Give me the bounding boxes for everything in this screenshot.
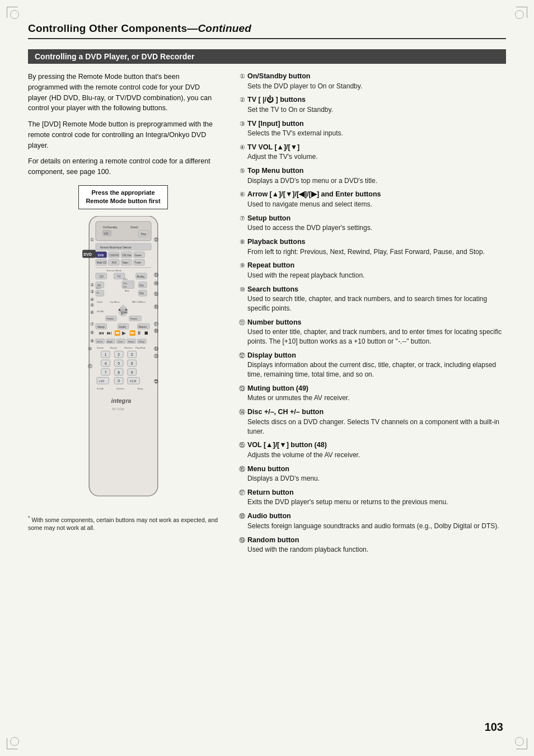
corner-circle-bl	[10, 737, 19, 746]
svg-text:③: ③	[90, 289, 94, 294]
item-number: ⑩	[234, 285, 245, 294]
svg-text:①: ①	[90, 237, 94, 242]
svg-text:Zoom: Zoom	[96, 340, 102, 342]
intro-para-2: The [DVD] Remote Mode button is preprogr…	[28, 119, 218, 151]
svg-text:Playlist: Playlist	[106, 317, 114, 320]
svg-text:Enter: Enter	[121, 311, 128, 313]
item-desc: Used to search title, chapter, and track…	[247, 294, 506, 313]
item-desc: Exits the DVD player's setup menu or ret…	[247, 497, 448, 507]
item-title: TV [Input] button	[247, 119, 343, 129]
callout-box: Press the appropriate Remote Mode button…	[78, 185, 168, 209]
left-column: By pressing the Remote Mode button that'…	[28, 72, 218, 559]
item-content: Top Menu button Displays a DVD's top men…	[247, 166, 377, 185]
list-item: ⑤ Top Menu button Displays a DVD's top m…	[234, 166, 506, 185]
svg-text:▶: ▶	[122, 330, 126, 336]
item-title: Random button	[247, 536, 368, 546]
item-number: ⑬	[234, 384, 245, 393]
svg-text:Chlng: Chlng	[138, 340, 144, 342]
list-item: ⑫ Display button Displays information ab…	[234, 351, 506, 379]
svg-text:Game: Game	[134, 253, 142, 256]
item-desc: Mutes or unmutes the AV receiver.	[247, 393, 350, 403]
svg-text:⏭: ⏭	[106, 330, 111, 336]
item-desc: Adjust the TV's volume.	[247, 152, 317, 162]
svg-text:⑭: ⑭	[153, 280, 158, 285]
item-desc: Selects discs on a DVD changer. Selects …	[247, 417, 506, 436]
svg-text:Tuner: Tuner	[134, 261, 141, 264]
svg-text:3: 3	[130, 353, 133, 356]
svg-text:AUX: AUX	[111, 261, 116, 264]
list-item: ⑮ VOL [▲]/[▼] button (48) Adjusts the vo…	[234, 440, 506, 459]
svg-text:CH-: CH-	[123, 285, 128, 288]
svg-text:CLR: CLR	[129, 379, 136, 383]
svg-text:integra: integra	[111, 397, 131, 403]
item-content: TV [Input] button Selects the TV's exter…	[247, 119, 343, 138]
item-title: Menu button	[247, 464, 320, 475]
svg-text:⑱: ⑱	[153, 328, 158, 334]
list-item: ③ TV [Input] button Selects the TV's ext…	[234, 119, 506, 138]
left-text-block: By pressing the Remote Mode button that'…	[28, 72, 218, 177]
item-desc: Displays a DVD's top menu or a DVD's tit…	[247, 176, 377, 186]
item-content: Display button Displays information abou…	[247, 351, 506, 379]
item-title: Playback buttons	[247, 237, 485, 247]
item-desc: Set the TV to On or Standby.	[247, 105, 333, 115]
svg-text:⑯: ⑯	[153, 304, 158, 309]
item-content: Playback buttons From left to right: Pre…	[247, 237, 485, 256]
remote-svg-wrapper: On/Standby Zone2 Disp L/b Remote Mode/In…	[72, 216, 175, 509]
svg-text:Guide: Guide	[96, 300, 102, 303]
svg-text:Zone2: Zone2	[130, 226, 138, 228]
item-content: Number buttons Used to enter title, chap…	[247, 318, 506, 346]
svg-rect-0	[89, 216, 158, 496]
item-title: Number buttons	[247, 318, 506, 328]
item-desc: Selects the TV's external inputs.	[247, 129, 343, 138]
item-desc: Selects foreign language soundtracks and…	[247, 522, 499, 531]
remote-container: Press the appropriate Remote Mode button…	[28, 185, 218, 532]
remote-svg: On/Standby Zone2 Disp L/b Remote Mode/In…	[72, 216, 175, 507]
item-content: VOL [▲]/[▼] button (48) Adjusts the volu…	[247, 440, 360, 459]
item-title: On/Standby button	[247, 72, 362, 82]
item-desc: Sets the DVD player to On or Standby.	[247, 82, 362, 91]
list-item: ⑭ Disc +/–, CH +/– button Selects discs …	[234, 407, 506, 436]
intro-para-3: For details on entering a remote control…	[28, 156, 218, 177]
item-number: ①	[234, 72, 245, 81]
svg-text:Top Menu: Top Menu	[110, 300, 119, 303]
svg-text:Contr.: Contr.	[118, 340, 123, 342]
item-number: ⑨	[234, 261, 245, 270]
item-title: Setup button	[247, 214, 372, 224]
item-content: Disc +/–, CH +/– button Selects discs on…	[247, 407, 506, 436]
item-content: Repeat button Used with the repeat playb…	[247, 261, 364, 280]
svg-text:9: 9	[130, 370, 133, 374]
svg-text:⑲: ⑲	[153, 346, 158, 351]
svg-text:⑥: ⑥	[90, 309, 94, 314]
item-title: VOL [▲]/[▼] button (48)	[247, 440, 360, 450]
item-title: Muting button (49)	[247, 384, 350, 394]
item-number: ⑤	[234, 166, 245, 175]
item-number: ⑪	[234, 318, 245, 327]
item-number: ④	[234, 143, 245, 152]
svg-text:⏩: ⏩	[129, 330, 135, 336]
svg-text:CD/DVD: CD/DVD	[109, 253, 119, 256]
item-number: ⑯	[234, 464, 245, 473]
svg-text:Dimmer: Dimmer	[116, 387, 124, 390]
item-number: ⑦	[234, 214, 245, 223]
svg-text:⑳: ⑳	[153, 354, 158, 359]
item-content: Return button Exits the DVD player's set…	[247, 488, 448, 507]
svg-text:6: 6	[130, 361, 133, 365]
svg-text:⑤: ⑤	[90, 303, 94, 308]
item-number: ⑧	[234, 237, 245, 246]
svg-text:4: 4	[104, 361, 106, 365]
footnote: * With some components, certain buttons …	[28, 514, 218, 532]
item-desc: Displays a DVD's menu.	[247, 474, 320, 483]
svg-text:SP A/B: SP A/B	[96, 309, 104, 312]
svg-text:⑨: ⑨	[90, 338, 94, 343]
svg-text:8: 8	[118, 370, 120, 374]
svg-text:Tape+: Tape+	[122, 261, 129, 264]
svg-text:⑰: ⑰	[153, 322, 158, 327]
list-item: ⑨ Repeat button Used with the repeat pla…	[234, 261, 506, 280]
svg-text:Multi CD: Multi CD	[96, 261, 106, 264]
svg-text:CH+: CH+	[123, 281, 128, 284]
item-title: Return button	[247, 488, 448, 498]
item-content: TV [ |/⏻ ] buttons Set the TV to On or S…	[247, 95, 333, 114]
svg-text:D.Lk/A: D.Lk/A	[96, 387, 103, 390]
svg-text:②: ②	[90, 282, 94, 287]
item-desc: Used with the repeat playback function.	[247, 271, 364, 280]
